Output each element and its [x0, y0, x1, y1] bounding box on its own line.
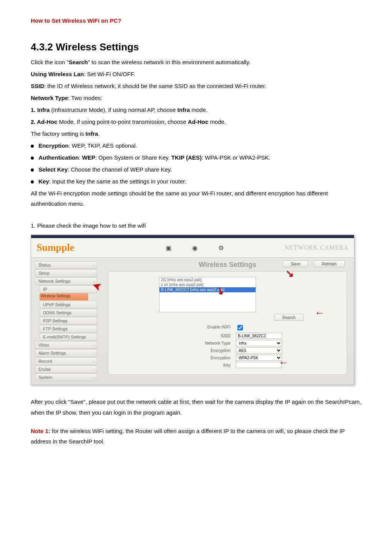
label: Network Settings — [38, 279, 70, 283]
wifi-scan-list[interactable]: 2G [infra aes wpa2-psk] z zh [infra aes … — [159, 277, 256, 312]
ssid-label: SSID — [165, 333, 231, 339]
text: mode. — [190, 107, 208, 113]
label: IP — [43, 287, 47, 292]
chevron-icon: ⌄ — [92, 351, 95, 355]
intro-using-lan: Using Wireless Lan: Set Wi-Fi ON/OFF. — [31, 69, 361, 79]
label: Setup — [38, 271, 50, 275]
chevron-icon: ⌄ — [92, 375, 95, 379]
text: : Set Wi-Fi ON/OFF. — [84, 71, 135, 77]
word: Ad-Hoc — [188, 118, 208, 125]
intro-ssid: SSID: the ID of Wireless network, it sho… — [31, 81, 361, 91]
text: : — [79, 154, 82, 161]
encryption-select[interactable]: AES — [236, 347, 282, 353]
label: Key — [38, 178, 49, 185]
refresh-button[interactable]: Refresh — [314, 260, 345, 267]
main-panel: Wireless Settings Save Refresh 2G [infra… — [101, 258, 354, 385]
app-body: Status⌄ Setup⌄ Network Settings⌄ IP Wire… — [31, 258, 354, 385]
bullet-select-key: Select Key: Choose the channel of WEP sh… — [31, 164, 361, 175]
save-button[interactable]: Save — [282, 260, 308, 267]
label: DDNS Settings — [43, 310, 71, 315]
sidebar-item-record[interactable]: Record⌄ — [35, 357, 97, 365]
network-type-label: Network Type — [165, 340, 231, 346]
play-icon[interactable]: ◉ — [191, 244, 199, 252]
sidebar-item-system[interactable]: System⌄ — [35, 373, 97, 381]
scan-item[interactable]: 2G [infra aes wpa2-psk] — [159, 277, 256, 282]
text: : WEP, TKIP, AES optional. — [69, 142, 137, 149]
enable-wifi-checkbox[interactable] — [238, 325, 243, 330]
text: : Two modes: — [68, 95, 102, 101]
text: : Input the key the same as the settings… — [49, 178, 186, 185]
bullet-encryption: Encryption: WEP, TKIP, AES optional. — [31, 140, 361, 151]
key-label: Key — [165, 362, 231, 368]
wep: WEP — [82, 154, 95, 161]
sidebar-item-ftp[interactable]: FTP Settings — [40, 325, 97, 333]
text: : Open System or Share Key. — [95, 154, 171, 161]
label: 1. Infra — [31, 107, 50, 113]
page-question-title: How to Set Wireless WiFi on PC? — [31, 15, 361, 26]
sidebar-item-smtp[interactable]: E-mail(SMTP) Settings — [40, 333, 97, 341]
wifi-settings-screenshot: Sumpple ▣ ◉ ⚙ NETWORK CAMERA Status⌄ Set… — [31, 235, 354, 385]
word: Infra — [86, 130, 98, 137]
bullet-icon — [31, 145, 34, 148]
label: Network Type — [31, 95, 68, 101]
search-row: Search — [113, 314, 342, 321]
sidebar-item-wireless[interactable]: Wireless Settings — [40, 293, 88, 300]
sidebar-item-ddns[interactable]: DDNS Settings — [40, 309, 97, 317]
sidebar-item-alarm[interactable]: Alarm Settings⌄ — [35, 349, 97, 357]
label: E-mail(SMTP) Settings — [43, 335, 86, 339]
bullet-key: Key: Input the key the same as the setti… — [31, 176, 361, 187]
ssid-input[interactable] — [236, 333, 282, 339]
wifi-form: Enable WIFI SSID Network Type Infra Encr… — [113, 324, 342, 368]
mode-infra: 1. Infra (Infrastructure Mode), if using… — [31, 105, 361, 115]
chevron-icon: ⌄ — [92, 263, 95, 267]
text: Click the icon " — [31, 59, 69, 65]
encryption2-label: Encryption — [165, 355, 231, 361]
text: . — [98, 130, 100, 137]
label: System — [38, 375, 53, 380]
key-input[interactable] — [236, 362, 282, 368]
chevron-icon: ⌄ — [92, 359, 95, 363]
after-save-paragraph: After you click "Save", please put out t… — [31, 397, 361, 418]
label: Select Key — [38, 166, 68, 173]
sidebar-item-ip[interactable]: IP — [40, 285, 97, 293]
sidebar: Status⌄ Setup⌄ Network Settings⌄ IP Wire… — [31, 258, 101, 385]
brand-logo: Sumpple — [37, 242, 74, 253]
network-type-select[interactable]: Infra — [236, 340, 282, 346]
label: Status — [38, 263, 50, 267]
sidebar-item-video[interactable]: Video⌄ — [35, 341, 97, 349]
window-titlebar — [31, 235, 354, 238]
sidebar-item-cruise[interactable]: Cruise⌄ — [35, 365, 97, 373]
closing-paragraph: All the Wi-Fi encryption mode settings s… — [31, 188, 361, 209]
sidebar-item-network[interactable]: Network Settings⌄ — [35, 277, 97, 285]
text: Mode. If using point-to-point transmissi… — [57, 118, 188, 125]
search-button[interactable]: Search — [274, 314, 304, 321]
section-heading: 4.3.2 Wireless Settings — [31, 41, 361, 53]
text: (Infrastructure Mode), if using normal A… — [50, 107, 177, 113]
text: " to scan the wireless network in this e… — [88, 59, 251, 65]
text: mode. — [208, 118, 226, 125]
panel-box: 2G [infra aes wpa2-psk] z zh [infra aes … — [108, 271, 347, 375]
encryption2-select[interactable]: WPA2-PSK — [236, 355, 282, 361]
label: Wireless Settings — [41, 294, 70, 298]
text: : Choose the channel of WEP share Key. — [68, 166, 172, 173]
tkip-aes: TKIP (AES) — [171, 154, 202, 161]
app-header: Sumpple ▣ ◉ ⚙ NETWORK CAMERA — [31, 238, 354, 258]
scan-item[interactable]: z zh [infra aes wpa2-psk] — [159, 282, 256, 287]
sidebar-item-p2p[interactable]: P2P Settings — [40, 317, 97, 325]
sidebar-item-status[interactable]: Status⌄ — [35, 261, 97, 269]
label: Alarm Settings — [38, 351, 66, 355]
camera-icon[interactable]: ▣ — [165, 244, 173, 252]
label: Video — [38, 343, 49, 347]
label: UPnP Settings — [43, 302, 70, 307]
note-text: for the wireless WiFi setting, the Route… — [31, 428, 345, 445]
note-1: Note 1: for the wireless WiFi setting, t… — [31, 426, 361, 447]
gear-icon[interactable]: ⚙ — [217, 244, 225, 252]
bullet-icon — [31, 180, 34, 183]
label: SSID — [31, 83, 44, 89]
encryption-label: Encryption — [165, 347, 231, 353]
sidebar-item-upnp[interactable]: UPnP Settings — [40, 301, 97, 308]
sidebar-item-setup[interactable]: Setup⌄ — [35, 269, 97, 277]
label: Using Wireless Lan — [31, 71, 84, 77]
scan-item-selected[interactable]: B-LINK_6822C2 [infra aes wpa2-psk] — [159, 287, 256, 292]
intro-network-type: Network Type: Two modes: — [31, 93, 361, 103]
